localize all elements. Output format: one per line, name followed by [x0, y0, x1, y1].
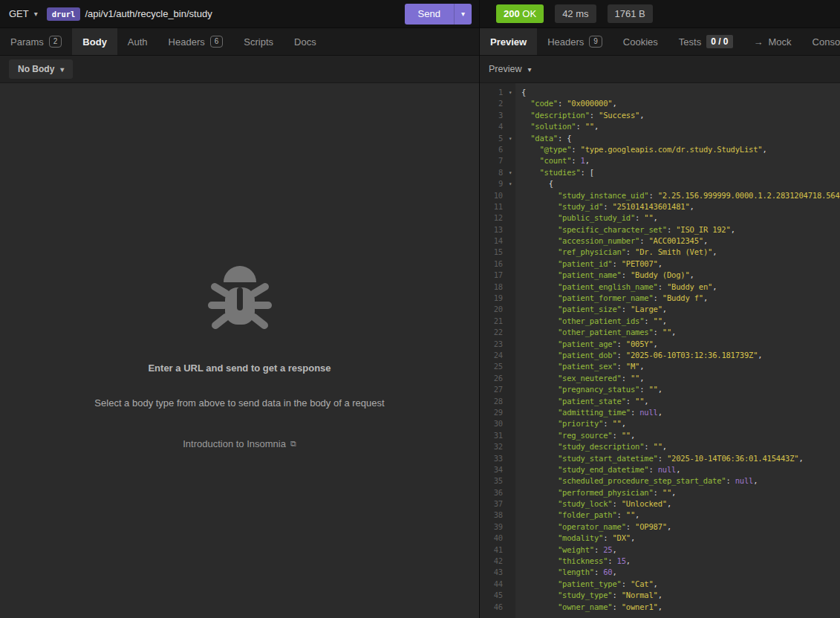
- code-content: "study_id": "251014143601481",: [515, 201, 840, 212]
- tab-label: Scripts: [244, 36, 273, 48]
- line-number: 12: [480, 212, 505, 224]
- fold-spacer: [505, 224, 515, 235]
- code-line: 4 "solution": "",: [480, 121, 840, 132]
- code-line: 31 "reg_source": "",: [480, 430, 840, 441]
- code-content: "modality": "DX",: [515, 533, 840, 544]
- fold-toggle-icon[interactable]: ▾: [505, 133, 515, 144]
- tab-console[interactable]: Console: [802, 28, 840, 55]
- code-line: 3 "description": "Success",: [480, 110, 840, 121]
- send-button[interactable]: Send ▾: [405, 4, 472, 25]
- chevron-down-icon: ▾: [461, 10, 465, 18]
- line-number: 8: [480, 167, 505, 178]
- line-number: 37: [480, 498, 505, 510]
- code-line: 7 "count": 1,: [480, 155, 840, 166]
- response-tab-bar: PreviewHeaders9CookiesTests0 / 0→MockCon…: [480, 28, 840, 56]
- fold-spacer: [505, 373, 515, 384]
- intro-link-label: Introduction to Insomnia: [183, 438, 286, 449]
- line-number: 20: [480, 304, 505, 315]
- tab-cookies[interactable]: Cookies: [613, 28, 668, 55]
- code-content: "study_lock": "Unlocked",: [515, 498, 840, 510]
- fold-spacer: [505, 556, 515, 567]
- code-content: "patient_sex": "M",: [515, 361, 840, 372]
- tab-label: Mock: [769, 36, 792, 48]
- code-content: "study_start_datetime": "2025-10-14T06:3…: [515, 453, 840, 464]
- fold-spacer: [505, 293, 515, 304]
- code-content: "public_study_id": "",: [515, 212, 840, 224]
- body-type-bar: No Body ▾: [0, 56, 479, 83]
- tab-headers[interactable]: Headers9: [537, 28, 613, 55]
- response-json-viewer[interactable]: 1▾{2 "code": "0x000000",3 "description":…: [480, 83, 840, 618]
- code-line: 12 "public_study_id": "",: [480, 212, 840, 224]
- code-line: 33 "study_start_datetime": "2025-10-14T0…: [480, 453, 840, 464]
- line-number: 26: [480, 373, 505, 384]
- tab-preview[interactable]: Preview: [480, 28, 537, 55]
- fold-spacer: [505, 579, 515, 590]
- fold-toggle-icon[interactable]: ▾: [505, 167, 515, 178]
- code-content: "length": 60,: [515, 567, 840, 578]
- placeholder-title: Enter a URL and send to get a response: [148, 362, 331, 374]
- fold-spacer: [505, 590, 515, 601]
- code-content: "sex_neutered": "",: [515, 373, 840, 384]
- fold-toggle-icon[interactable]: ▾: [505, 178, 515, 189]
- fold-spacer: [505, 407, 515, 418]
- tab-params[interactable]: Params2: [0, 28, 72, 55]
- code-content: "performed_physician": "",: [515, 487, 840, 498]
- line-number: 21: [480, 316, 505, 327]
- tab-auth[interactable]: Auth: [117, 28, 158, 55]
- url-input[interactable]: /api/v1/auth/recycle_bin/study: [85, 8, 212, 19]
- line-number: 32: [480, 441, 505, 452]
- code-line: 45 "study_type": "Normal",: [480, 590, 840, 601]
- fold-spacer: [505, 155, 515, 166]
- intro-to-insomnia-link[interactable]: Introduction to Insomnia ⧉: [183, 438, 296, 449]
- fold-spacer: [505, 247, 515, 258]
- code-line: 40 "modality": "DX",: [480, 533, 840, 544]
- code-content: "studies": [: [515, 167, 840, 178]
- send-options-dropdown[interactable]: ▾: [454, 4, 472, 25]
- code-line: 14 "accession_number": "ACC0012345",: [480, 235, 840, 247]
- tab-label: Tests: [679, 36, 701, 48]
- code-content: "reg_source": "",: [515, 430, 840, 441]
- tab-docs[interactable]: Docs: [284, 28, 327, 55]
- method-label: GET: [9, 8, 29, 19]
- code-content: {: [515, 87, 840, 98]
- code-line: 42 "thickness": 15,: [480, 556, 840, 567]
- line-number: 35: [480, 475, 505, 487]
- code-line: 32 "study_description": "",: [480, 441, 840, 452]
- code-content: "patient_type": "Cat",: [515, 579, 840, 590]
- code-content: "study_end_datetime": null,: [515, 464, 840, 475]
- preview-mode-dropdown[interactable]: Preview ▾: [489, 64, 532, 74]
- tab-label: Headers: [169, 36, 205, 48]
- line-number: 2: [480, 98, 505, 109]
- method-dropdown[interactable]: GET ▾: [9, 8, 38, 19]
- fold-spacer: [505, 270, 515, 281]
- fold-spacer: [505, 487, 515, 498]
- tab-tests[interactable]: Tests0 / 0: [668, 28, 743, 55]
- code-line: 29 "admitting_time": null,: [480, 407, 840, 418]
- line-number: 5: [480, 133, 505, 144]
- fold-spacer: [505, 510, 515, 521]
- status-text: OK: [522, 8, 536, 19]
- line-number: 19: [480, 293, 505, 304]
- body-type-dropdown[interactable]: No Body ▾: [9, 59, 73, 79]
- tab-label: Headers: [547, 36, 584, 48]
- fold-toggle-icon[interactable]: ▾: [505, 87, 515, 98]
- line-number: 36: [480, 487, 505, 498]
- external-link-icon: ⧉: [290, 439, 296, 449]
- tab-scripts[interactable]: Scripts: [233, 28, 284, 55]
- code-content: "thickness": 15,: [515, 556, 840, 567]
- tab-headers[interactable]: Headers6: [158, 28, 234, 55]
- code-line: 11 "study_id": "251014143601481",: [480, 201, 840, 212]
- tab-body[interactable]: Body: [72, 28, 117, 55]
- code-line: 34 "study_end_datetime": null,: [480, 464, 840, 475]
- tab-mock[interactable]: →Mock: [743, 28, 802, 55]
- line-number: 43: [480, 567, 505, 578]
- code-content: "operator_name": "OP987",: [515, 521, 840, 533]
- fold-spacer: [505, 304, 515, 315]
- tab-count-badge: 9: [589, 36, 602, 48]
- environment-variable-tag[interactable]: drurl: [47, 7, 81, 21]
- code-line: 24 "patient_dob": "2025-06-10T03:12:36.1…: [480, 350, 840, 361]
- fold-spacer: [505, 190, 515, 201]
- code-content: "other_patient_names": "",: [515, 327, 840, 338]
- code-line: 38 "folder_path": "",: [480, 510, 840, 521]
- code-content: "ref_physician": "Dr. Smith (Vet)",: [515, 247, 840, 258]
